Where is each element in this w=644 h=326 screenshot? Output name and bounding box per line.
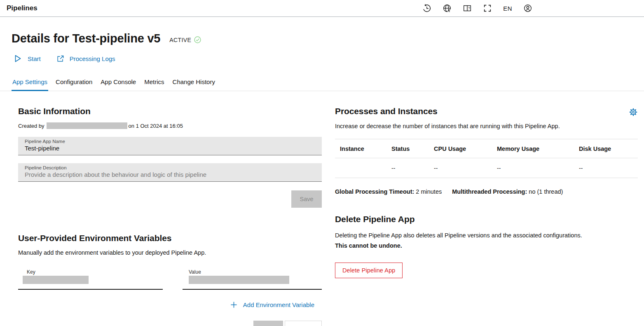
gear-icon[interactable] (629, 108, 638, 117)
delete-description: Deleting the Pipeline App also deletes a… (335, 230, 638, 241)
cell-status: -- (386, 158, 429, 178)
help-doc-icon[interactable]: ? (463, 4, 472, 13)
page-title: Details for Test-pipeline v5 (12, 32, 160, 45)
globe-icon[interactable] (443, 4, 452, 13)
col-header-instance: Instance (335, 139, 386, 158)
redacted-env-value-value (189, 276, 289, 284)
env-key-field[interactable]: Key (18, 269, 163, 290)
timeout-label: Global Processing Timeout: (335, 188, 414, 195)
cell-disk-usage: -- (574, 158, 638, 178)
col-header-cpu-usage: CPU Usage (429, 139, 492, 158)
pipeline-app-name-input[interactable] (25, 145, 315, 152)
created-by-line: Created by on 1 Oct 2024 at 16:05 (18, 122, 322, 129)
cell-memory-usage: -- (492, 158, 574, 178)
tab-change-history[interactable]: Change History (172, 78, 216, 91)
tab-metrics[interactable]: Metrics (143, 78, 165, 91)
section-env-variables: User-Provided Environment Variables Manu… (18, 233, 322, 326)
section-delete-pipeline: Delete Pipeline App Deleting the Pipelin… (335, 214, 638, 278)
env-variables-heading: User-Provided Environment Variables (18, 233, 322, 243)
pipeline-app-name-label: Pipeline App Name (25, 139, 315, 144)
add-env-variable-button[interactable]: Add Environment Variable (230, 301, 314, 309)
created-by-prefix: Created by (18, 123, 44, 129)
col-header-disk-usage: Disk Usage (574, 139, 638, 158)
start-label: Start (28, 55, 41, 62)
history-icon[interactable] (422, 4, 431, 13)
header-actions: ? EN (422, 4, 532, 13)
delete-heading: Delete Pipeline App (335, 214, 638, 224)
created-by-suffix: on 1 Oct 2024 at 16:05 (129, 123, 183, 129)
processes-heading: Processes and Instances (335, 106, 438, 116)
add-env-variable-label: Add Environment Variable (243, 301, 314, 308)
app-header: Pipelines ? EN (0, 0, 644, 17)
pipeline-description-label: Pipeline Description (25, 165, 315, 170)
col-header-status: Status (386, 139, 429, 158)
pipeline-description-input[interactable] (25, 171, 315, 178)
redacted-creator-name (47, 122, 127, 129)
start-button[interactable]: Start (13, 54, 41, 63)
pipeline-app-name-field[interactable]: Pipeline App Name (18, 137, 322, 155)
status-badge: ACTIVE (169, 36, 201, 43)
processes-description: Increase or decrease the number of insta… (335, 123, 638, 129)
section-basic-information: Basic Information Created by on 1 Oct 20… (18, 106, 322, 208)
basic-information-heading: Basic Information (18, 106, 322, 116)
processing-logs-link[interactable]: Processing Logs (56, 55, 115, 63)
tab-app-console[interactable]: App Console (100, 78, 137, 91)
env-value-field[interactable]: Value (183, 269, 322, 290)
delete-pipeline-button[interactable]: Delete Pipeline App (335, 263, 403, 278)
status-check-icon (194, 36, 201, 43)
fullscreen-icon[interactable] (483, 4, 492, 13)
plus-icon (230, 301, 238, 309)
cell-instance (335, 158, 386, 178)
language-label[interactable]: EN (503, 5, 512, 12)
processing-logs-label: Processing Logs (70, 55, 115, 62)
status-badge-label: ACTIVE (169, 37, 191, 43)
processing-settings-summary: Global Processing Timeout: 2 minutes Mul… (335, 188, 638, 195)
env-variables-description: Manually add the environment variables t… (18, 249, 322, 256)
instances-table: Instance Status CPU Usage Memory Usage D… (335, 139, 638, 178)
app-title: Pipelines (7, 4, 37, 12)
delete-warning: This cannot be undone. (335, 241, 638, 251)
col-header-memory-usage: Memory Usage (492, 139, 574, 158)
pipeline-description-field[interactable]: Pipeline Description (18, 163, 322, 182)
timeout-value: 2 minutes (416, 188, 442, 195)
svg-text:?: ? (468, 7, 470, 10)
redacted-env-key-value (23, 276, 89, 284)
section-processes-instances: Processes and Instances Increase or decr… (335, 106, 638, 195)
cell-cpu-usage: -- (429, 158, 492, 178)
multithread-label: Multithreaded Processing: (452, 188, 527, 195)
basic-info-save-button[interactable]: Save (291, 190, 322, 208)
env-key-label: Key (27, 269, 163, 275)
tab-app-settings[interactable]: App Settings (12, 78, 48, 91)
table-header-row: Instance Status CPU Usage Memory Usage D… (335, 139, 638, 158)
table-row: -- -- -- -- (335, 158, 638, 178)
env-value-label: Value (189, 269, 322, 275)
tab-configuration[interactable]: Configuration (55, 78, 93, 91)
env-save-button[interactable]: Save (253, 321, 283, 326)
play-icon (13, 54, 22, 63)
tab-bar: App Settings Configuration App Console M… (0, 78, 644, 91)
multithread-value: no (1 thread) (529, 188, 563, 195)
env-cancel-button[interactable]: Cancel (285, 321, 322, 326)
user-avatar-icon[interactable] (523, 4, 532, 13)
launch-icon (56, 55, 64, 63)
page-head: Details for Test-pipeline v5 ACTIVE Star… (0, 17, 644, 63)
